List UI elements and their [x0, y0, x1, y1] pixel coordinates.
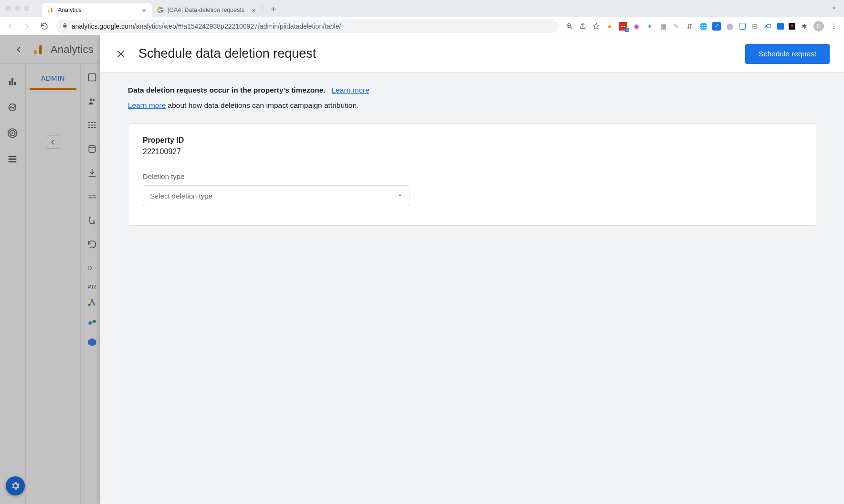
new-tab-button[interactable]: ＋	[267, 2, 280, 15]
modal-title: Schedule data deletion request	[138, 46, 734, 61]
schedule-deletion-panel: Schedule data deletion request Schedule …	[100, 35, 844, 504]
tab-close-icon[interactable]: ×	[141, 6, 147, 14]
analytics-favicon	[47, 6, 54, 14]
deletion-form-card: Property ID 222100927 Deletion type Sele…	[128, 123, 816, 226]
tab-close-icon[interactable]: ×	[251, 6, 257, 14]
learn-more-attribution-link[interactable]: Learn more	[128, 101, 166, 109]
extension-icon[interactable]: ✓	[712, 22, 721, 31]
tab-title: Analytics	[58, 7, 137, 13]
close-icon[interactable]	[115, 48, 127, 60]
extension-icon[interactable]: ◆	[632, 22, 641, 31]
deletion-type-label: Deletion type	[143, 172, 802, 180]
zoom-icon[interactable]	[565, 22, 574, 31]
traffic-light-minimize[interactable]	[15, 6, 20, 11]
extension-lastpass-icon[interactable]: •••6	[619, 22, 627, 31]
extension-icon[interactable]: 🌐	[699, 22, 707, 31]
share-icon[interactable]	[579, 22, 587, 31]
extension-icon[interactable]	[739, 23, 746, 30]
extension-icon[interactable]: ✦	[645, 22, 654, 31]
extensions-puzzle-icon[interactable]: ✱	[800, 22, 809, 31]
browser-toolbar: analytics.google.com/analytics/web/#/a15…	[0, 17, 844, 35]
address-bar[interactable]: analytics.google.com/analytics/web/#/a15…	[56, 20, 559, 33]
star-icon[interactable]	[592, 22, 601, 31]
property-id-value: 222100927	[143, 147, 802, 156]
svg-point-9	[833, 25, 834, 26]
deletion-type-select[interactable]: Select deletion type	[143, 185, 410, 206]
macos-traffic-lights	[6, 6, 29, 11]
svg-rect-1	[51, 8, 53, 13]
extension-icon[interactable]: 🏷	[764, 22, 772, 31]
learn-more-link[interactable]: Learn more	[332, 86, 369, 94]
kebab-menu-icon[interactable]	[829, 21, 839, 32]
extension-icon[interactable]: ⊟	[750, 22, 759, 31]
tab-separator	[263, 4, 263, 13]
tab-title: [GA4] Data-deletion requests	[168, 7, 247, 13]
svg-rect-0	[48, 10, 50, 12]
property-id-label: Property ID	[143, 136, 802, 145]
extension-icon[interactable]	[777, 23, 784, 30]
svg-rect-3	[63, 25, 67, 28]
select-placeholder: Select deletion type	[150, 192, 212, 200]
extension-row: ● •••6 ◆ ✦ ▦ ✎ ⇵ 🌐 ✓ ⬤ ⊟ 🏷 A ✱ S	[565, 21, 839, 32]
extension-icon[interactable]: ●	[605, 22, 614, 31]
modal-header: Schedule data deletion request Schedule …	[100, 35, 844, 73]
extension-icon[interactable]: ✎	[672, 22, 681, 31]
schedule-request-button[interactable]: Schedule request	[745, 44, 830, 64]
svg-point-8	[833, 23, 834, 24]
tab-overflow-icon[interactable]	[831, 5, 837, 13]
browser-tab[interactable]: [GA4] Data-deletion requests ×	[152, 3, 262, 17]
browser-tab-active[interactable]: Analytics ×	[42, 3, 152, 17]
extension-icon[interactable]: ⇵	[686, 22, 694, 31]
modal-body: Data deletion requests occur in the prop…	[100, 73, 844, 239]
back-icon[interactable]	[5, 21, 15, 32]
traffic-light-zoom[interactable]	[24, 6, 29, 11]
svg-point-10	[833, 28, 834, 29]
chevron-down-icon	[397, 192, 403, 200]
lock-icon	[62, 22, 68, 30]
browser-tab-strip: Analytics × [GA4] Data-deletion requests…	[0, 0, 844, 17]
google-favicon	[157, 6, 164, 14]
profile-avatar[interactable]: S	[813, 21, 824, 32]
timezone-info-text: Data deletion requests occur in the prop…	[128, 86, 816, 94]
traffic-light-close[interactable]	[6, 6, 11, 11]
extension-icon[interactable]: ▦	[659, 22, 667, 31]
extension-icon[interactable]: ⬤	[726, 22, 734, 31]
attribution-info-text: Learn more about how data deletions can …	[128, 101, 816, 110]
extension-icon[interactable]: A	[789, 23, 795, 30]
reload-icon[interactable]	[39, 21, 50, 32]
svg-line-5	[570, 27, 572, 29]
url-text: analytics.google.com/analytics/web/#/a15…	[72, 22, 341, 30]
forward-icon[interactable]	[22, 21, 32, 32]
